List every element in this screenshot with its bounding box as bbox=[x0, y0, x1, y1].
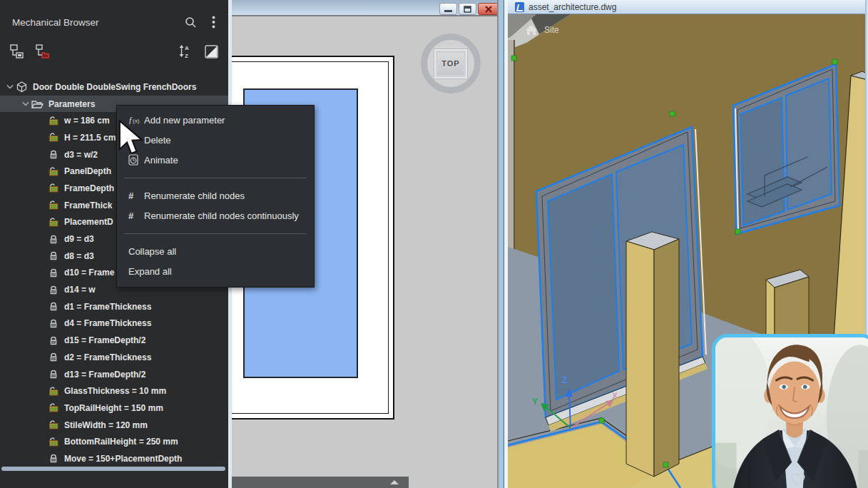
hash-icon: # bbox=[128, 190, 144, 200]
param-unlocked-icon bbox=[47, 183, 59, 193]
component-tree-icon[interactable] bbox=[9, 43, 26, 60]
param-unlocked-icon bbox=[47, 402, 59, 413]
param-unlocked-icon bbox=[47, 437, 59, 447]
tree-row[interactable]: BottomRailHeight = 250 mm bbox=[0, 433, 228, 450]
expand-arrow-icon[interactable] bbox=[390, 480, 399, 484]
tree-row[interactable]: d15 = FrameDepth/2 bbox=[0, 332, 228, 349]
tree-row[interactable]: TopRailHeight = 150 mm bbox=[0, 400, 228, 417]
tree-row[interactable]: d13 = FrameDepth/2 bbox=[0, 366, 228, 383]
tree-row-label: FrameThick bbox=[64, 200, 112, 210]
search-icon[interactable] bbox=[183, 14, 198, 30]
app-screen: TOP asset_architecture.dwg bbox=[0, 0, 868, 488]
hash-icon: # bbox=[128, 210, 144, 220]
tree-row[interactable]: StileWidth = 120 mm bbox=[0, 417, 228, 434]
param-unlocked-icon bbox=[47, 386, 59, 397]
param-unlocked-icon bbox=[47, 166, 59, 177]
tree-row[interactable]: d1 = FrameThickness bbox=[0, 298, 228, 315]
ucs-y-label: Y bbox=[532, 397, 538, 407]
tree-row-label: BottomRailHeight = 250 mm bbox=[64, 437, 178, 447]
lock-icon bbox=[47, 234, 59, 245]
menu-item-delete[interactable]: Delete bbox=[117, 130, 314, 150]
menu-item-renumerate-child-nodes[interactable]: #Renumerate child nodes bbox=[117, 185, 314, 205]
tree-row-label: PanelDepth bbox=[64, 166, 111, 176]
tree-row-label: Parameters bbox=[48, 99, 95, 109]
tree-row-label: d8 = d3 bbox=[64, 251, 94, 261]
viewport-name-label: Site bbox=[544, 25, 559, 35]
tree-row[interactable]: Door Double DoubleSwing FrenchDoors bbox=[0, 78, 228, 96]
tree-row-label: d15 = FrameDepth/2 bbox=[64, 335, 145, 345]
chevron-down-icon[interactable] bbox=[20, 101, 31, 106]
param-unlocked-icon bbox=[47, 116, 59, 126]
presenter-photo bbox=[715, 337, 868, 488]
home-icon[interactable] bbox=[525, 24, 538, 36]
menu-item-add-new-parameter[interactable]: ƒ(x)Add new parameter bbox=[117, 110, 314, 130]
menu-separator bbox=[117, 170, 314, 185]
tree-row-label: Move = 150+PlacementDepth bbox=[64, 454, 182, 464]
minimize-button[interactable] bbox=[439, 3, 457, 15]
menu-item-renumerate-child-nodes-continuously[interactable]: #Renumerate child nodes continuously bbox=[117, 205, 314, 225]
view-cube[interactable]: TOP bbox=[434, 49, 467, 78]
menu-separator bbox=[117, 225, 314, 241]
lock-icon bbox=[47, 250, 59, 261]
collapsed-panel-bar[interactable] bbox=[232, 477, 409, 488]
presenter-webcam-overlay bbox=[712, 334, 868, 488]
minimize-icon bbox=[444, 6, 452, 12]
menu-item-animate[interactable]: Animate bbox=[117, 150, 314, 170]
view-cube-label: TOP bbox=[441, 59, 459, 68]
animate-icon bbox=[128, 154, 144, 166]
lock-icon bbox=[47, 453, 59, 464]
panel-title: Mechanical Browser bbox=[12, 17, 183, 28]
menu-item-expand-all[interactable]: Expand all bbox=[117, 261, 314, 281]
param-unlocked-icon bbox=[47, 132, 59, 143]
window-border bbox=[497, 0, 508, 488]
menu-item-label: Animate bbox=[144, 155, 178, 166]
folder-open-icon bbox=[31, 99, 44, 109]
tree-row-label: w = 186 cm bbox=[64, 116, 110, 126]
restore-icon bbox=[464, 6, 471, 13]
lock-icon bbox=[47, 149, 59, 160]
tree-row[interactable]: GlassThickness = 10 mm bbox=[0, 382, 228, 400]
tree-row-label: d4 = FrameThickness bbox=[64, 318, 151, 328]
tree-row[interactable]: d2 = FrameThickness bbox=[0, 349, 228, 366]
tree-row-label: d3 = w/2 bbox=[64, 150, 98, 160]
menu-item-label: Add new parameter bbox=[144, 115, 225, 126]
ucs-x-label: X bbox=[612, 391, 618, 401]
menu-item-label: Renumerate child nodes continuously bbox=[144, 210, 299, 221]
chevron-down-icon[interactable] bbox=[4, 84, 16, 89]
close-button[interactable] bbox=[478, 3, 499, 15]
param-unlocked-icon bbox=[47, 200, 59, 210]
tree-row-label: d1 = FrameThickness bbox=[64, 302, 151, 312]
contrast-icon[interactable] bbox=[203, 43, 220, 60]
menu-item-collapse-all[interactable]: Collapse all bbox=[117, 241, 314, 261]
tree-row-label: StileWidth = 120 mm bbox=[64, 420, 148, 430]
svg-text:#: # bbox=[128, 190, 134, 200]
asset-tree-icon[interactable] bbox=[34, 43, 51, 60]
menu-item-label: Expand all bbox=[128, 266, 172, 277]
sort-alpha-icon[interactable]: AZ bbox=[177, 43, 194, 60]
svg-text:#: # bbox=[128, 210, 134, 220]
model-window-title: asset_architecture.dwg bbox=[529, 2, 616, 12]
horizontal-scrollbar[interactable] bbox=[1, 467, 225, 471]
tree-row[interactable]: d4 = FrameThickness bbox=[0, 315, 228, 332]
tree-row-label: Door Double DoubleSwing FrenchDoors bbox=[33, 82, 196, 92]
mouse-cursor-icon bbox=[118, 120, 144, 156]
lock-icon bbox=[47, 369, 59, 380]
tree-row[interactable]: Move = 150+PlacementDepth bbox=[0, 450, 228, 467]
context-menu: ƒ(x)Add new parameterDeleteAnimate#Renum… bbox=[116, 105, 315, 288]
svg-text:Z: Z bbox=[185, 53, 188, 59]
lock-icon bbox=[47, 268, 59, 278]
tree-row-label: d10 = Frame bbox=[64, 268, 114, 278]
model-window-titlebar[interactable]: asset_architecture.dwg bbox=[508, 0, 868, 14]
view-navigation-ring[interactable]: TOP bbox=[421, 34, 481, 93]
menu-item-label: Delete bbox=[144, 135, 171, 146]
menu-item-label: Renumerate child nodes bbox=[144, 190, 245, 201]
restore-button[interactable] bbox=[459, 3, 476, 15]
kebab-menu-icon[interactable] bbox=[205, 14, 221, 30]
menu-item-label: Collapse all bbox=[128, 246, 176, 257]
tree-row-label: GlassThickness = 10 mm bbox=[64, 386, 166, 396]
tree-row-label: H = 211.5 cm bbox=[64, 133, 116, 143]
lock-icon bbox=[47, 285, 59, 295]
lock-icon bbox=[47, 318, 59, 329]
tree-row-label: PlacementD bbox=[64, 217, 113, 227]
tree-row-label: d13 = FrameDepth/2 bbox=[64, 370, 145, 380]
